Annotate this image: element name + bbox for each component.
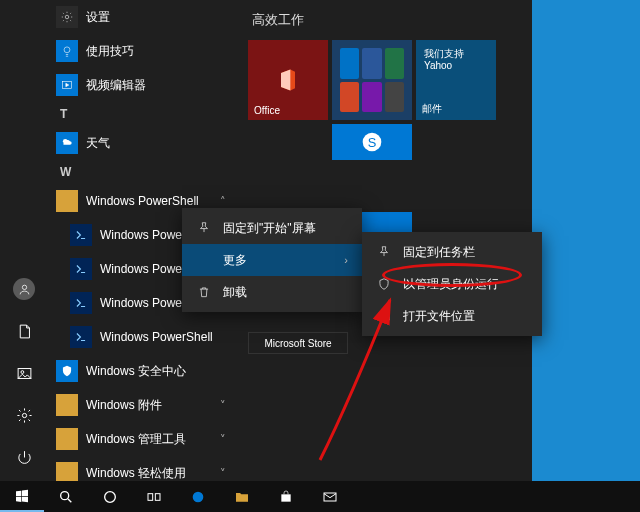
folder-icon: [234, 489, 250, 505]
powershell-icon: [70, 292, 92, 314]
ctx-uninstall[interactable]: 卸载: [182, 276, 362, 308]
power-icon: [16, 449, 33, 466]
ctx-open-file-location[interactable]: 打开文件位置: [362, 300, 542, 332]
ctx-more[interactable]: 更多 ›: [182, 244, 362, 276]
pictures-button[interactable]: [0, 353, 48, 393]
context-menu: 固定到"开始"屏幕 更多 › 卸载: [182, 208, 362, 312]
outlook-icon: [340, 48, 359, 79]
app-folder-ease-of-access[interactable]: Windows 轻松使用 ˅: [48, 456, 238, 481]
app-item-label: Windows 管理工具: [86, 431, 208, 448]
app-item-security[interactable]: Windows 安全中心: [48, 354, 238, 388]
edge-icon: [190, 489, 206, 505]
document-icon: [16, 323, 33, 340]
tile-office[interactable]: Office: [248, 40, 328, 120]
tile-mail[interactable]: 我们支持 Yahoo 邮件: [416, 40, 496, 120]
app-folder-accessories[interactable]: Windows 附件 ˅: [48, 388, 238, 422]
tips-icon: [56, 40, 78, 62]
app-item-label: Windows 轻松使用: [86, 465, 208, 482]
ctx-pin-to-start[interactable]: 固定到"开始"屏幕: [182, 212, 362, 244]
gear-icon: [16, 407, 33, 424]
ctx-run-as-admin[interactable]: 以管理员身份运行: [362, 268, 542, 300]
app-mini-icon: [385, 82, 404, 113]
app-item-video-editor[interactable]: 视频编辑器: [48, 68, 238, 102]
taskbar-mail[interactable]: [308, 481, 352, 512]
shield-icon: [376, 277, 391, 291]
app-item-powershell[interactable]: Windows PowerShell: [48, 320, 238, 354]
tile-productivity-apps[interactable]: [332, 40, 412, 120]
task-view-button[interactable]: [132, 481, 176, 512]
svg-text:S: S: [368, 135, 377, 150]
task-view-icon: [146, 489, 162, 505]
svg-rect-17: [155, 493, 160, 500]
app-item-label: Windows PowerShell: [86, 194, 208, 208]
app-item-label: Windows 附件: [86, 397, 208, 414]
app-item-label: 视频编辑器: [86, 77, 230, 94]
tile-skype[interactable]: S: [332, 124, 412, 160]
svg-point-0: [22, 285, 26, 289]
taskbar-store[interactable]: [264, 481, 308, 512]
skype-icon: S: [358, 128, 386, 156]
account-button[interactable]: [0, 269, 48, 309]
search-icon: [58, 489, 74, 505]
app-item-label: 设置: [86, 9, 230, 26]
chevron-up-icon: ˄: [216, 195, 230, 208]
mail-icon: [322, 489, 338, 505]
ctx-pin-to-taskbar[interactable]: 固定到任务栏: [362, 236, 542, 268]
ctx-label: 打开文件位置: [403, 308, 475, 325]
store-icon: [278, 489, 294, 505]
ctx-label: 以管理员身份运行: [403, 276, 499, 293]
svg-point-5: [64, 47, 70, 53]
svg-point-3: [22, 413, 26, 417]
folder-open-icon: [376, 309, 391, 323]
tile-label: Office: [254, 105, 280, 116]
picture-icon: [16, 365, 33, 382]
svg-point-14: [61, 491, 69, 499]
tile-store[interactable]: Microsoft Store: [248, 332, 348, 354]
ctx-label: 更多: [223, 252, 247, 269]
svg-point-18: [193, 491, 204, 502]
app-item-tips[interactable]: 使用技巧: [48, 34, 238, 68]
tile-label: 邮件: [422, 102, 442, 116]
shield-icon: [56, 360, 78, 382]
taskbar-explorer[interactable]: [220, 481, 264, 512]
tile-group-header[interactable]: 高效工作: [248, 0, 522, 40]
app-item-label: Windows 安全中心: [86, 363, 230, 380]
trash-icon: [196, 285, 211, 299]
letter-header-w[interactable]: W: [48, 160, 238, 184]
app-item-label: Windows PowerShell: [100, 330, 230, 344]
letter-header-t[interactable]: T: [48, 102, 238, 126]
weather-icon: [56, 132, 78, 154]
start-button[interactable]: [0, 481, 44, 512]
folder-icon: [56, 428, 78, 450]
powershell-icon: [70, 258, 92, 280]
app-item-label: 使用技巧: [86, 43, 230, 60]
app-item-label: 天气: [86, 135, 230, 152]
ctx-label: 固定到任务栏: [403, 244, 475, 261]
onenote-icon: [362, 82, 381, 113]
documents-button[interactable]: [0, 311, 48, 351]
tile-label: Microsoft Store: [264, 338, 331, 349]
chevron-right-icon: ›: [344, 254, 348, 266]
app-item-weather[interactable]: 天气: [48, 126, 238, 160]
excel-icon: [385, 48, 404, 79]
app-folder-admin-tools[interactable]: Windows 管理工具 ˅: [48, 422, 238, 456]
office-icon: [274, 66, 302, 94]
search-button[interactable]: [44, 481, 88, 512]
context-submenu-more: 固定到任务栏 以管理员身份运行 打开文件位置: [362, 232, 542, 336]
folder-icon: [56, 462, 78, 481]
taskbar-edge[interactable]: [176, 481, 220, 512]
folder-icon: [56, 190, 78, 212]
power-button[interactable]: [0, 437, 48, 477]
settings-button[interactable]: [0, 395, 48, 435]
app-item-settings[interactable]: 设置: [48, 0, 238, 34]
powershell-icon: [70, 224, 92, 246]
avatar-icon: [13, 278, 35, 300]
chevron-down-icon: ˅: [216, 433, 230, 446]
svg-rect-16: [148, 493, 153, 500]
cortana-button[interactable]: [88, 481, 132, 512]
pin-icon: [196, 221, 211, 235]
folder-icon: [56, 394, 78, 416]
cortana-icon: [102, 489, 118, 505]
video-icon: [56, 74, 78, 96]
svg-rect-19: [324, 493, 336, 501]
